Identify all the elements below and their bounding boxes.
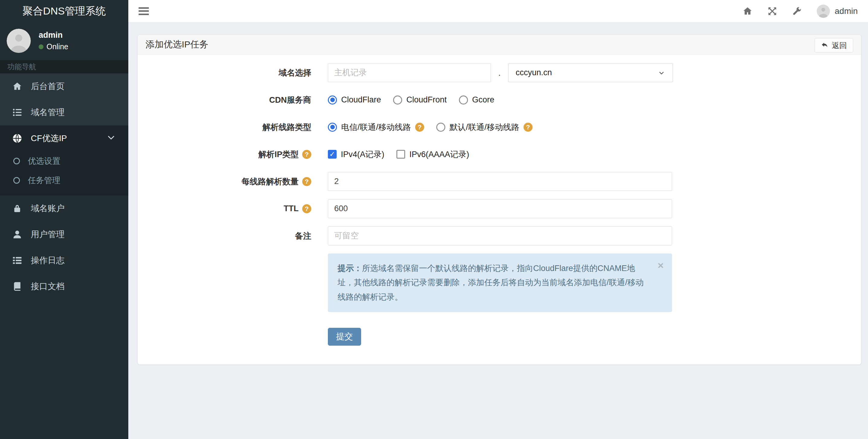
remark-label: 备注 bbox=[147, 231, 328, 241]
sidebar-item-preferred-settings[interactable]: 优选设置 bbox=[0, 151, 128, 171]
ttl-input[interactable] bbox=[328, 199, 672, 218]
sidebar-menu: 后台首页 域名管理 CF优选IP 优选设置 bbox=[0, 74, 128, 299]
line-type-label: 解析线路类型 bbox=[147, 122, 328, 133]
tip-alert-text: 所选域名需保留一个默认线路的解析记录，指向CloudFlare提供的CNAME地… bbox=[338, 264, 644, 301]
sidebar-item-label: 后台首页 bbox=[31, 81, 65, 92]
per-line-count-input[interactable] bbox=[328, 172, 672, 191]
app-title[interactable]: 聚合DNS管理系统 bbox=[0, 0, 128, 22]
form-row-domain: 域名选择 . cccyun.cn bbox=[147, 63, 852, 82]
form-row-tip: 提示：所选域名需保留一个默认线路的解析记录，指向CloudFlare提供的CNA… bbox=[147, 254, 852, 327]
ttl-label: TTL bbox=[147, 204, 328, 213]
checkbox-ipv4[interactable]: IPv4(A记录) bbox=[328, 149, 384, 160]
online-status-icon bbox=[39, 45, 43, 49]
online-status-label: Online bbox=[46, 42, 68, 51]
home-icon[interactable] bbox=[742, 6, 753, 16]
radio-cloudfront[interactable]: CloudFront bbox=[393, 95, 447, 105]
sidebar-item-users[interactable]: 用户管理 bbox=[0, 222, 128, 247]
domain-select[interactable]: cccyun.cn bbox=[508, 63, 673, 82]
close-icon[interactable]: × bbox=[657, 260, 663, 270]
sidebar-username: admin bbox=[39, 31, 68, 40]
navbar-username: admin bbox=[835, 6, 858, 16]
sidebar-subitem-label: 任务管理 bbox=[28, 175, 60, 186]
expand-icon[interactable] bbox=[767, 6, 777, 16]
radio-icon[interactable] bbox=[436, 123, 445, 132]
sidebar-item-label: 域名账户 bbox=[31, 203, 65, 214]
sidebar-item-task-management[interactable]: 任务管理 bbox=[0, 171, 128, 190]
form-row-cdn: CDN服务商 CloudFlare CloudFront Gcore bbox=[147, 90, 852, 109]
chevron-down-icon bbox=[106, 133, 116, 144]
book-icon bbox=[12, 281, 22, 292]
sidebar-item-label: 操作日志 bbox=[31, 255, 65, 266]
avatar bbox=[817, 4, 830, 18]
sidebar-item-dashboard[interactable]: 后台首页 bbox=[0, 74, 128, 99]
back-button[interactable]: 返回 bbox=[814, 38, 853, 53]
form-row-ttl: TTL bbox=[147, 199, 852, 218]
radio-cloudflare[interactable]: CloudFlare bbox=[328, 95, 381, 105]
radio-icon[interactable] bbox=[328, 123, 337, 132]
domain-label: 域名选择 bbox=[147, 67, 328, 78]
reply-icon bbox=[821, 42, 828, 49]
radio-isp-lines[interactable]: 电信/联通/移动线路 bbox=[328, 122, 424, 133]
help-icon[interactable] bbox=[302, 177, 311, 186]
sidebar-item-api-docs[interactable]: 接口文档 bbox=[0, 273, 128, 299]
radio-icon[interactable] bbox=[459, 95, 468, 105]
sidebar-item-label: 用户管理 bbox=[31, 229, 65, 240]
sidebar-group-cf-ip: CF优选IP 优选设置 任务管理 bbox=[0, 125, 128, 196]
sidebar-user-status: Online bbox=[39, 42, 68, 51]
radio-gcore[interactable]: Gcore bbox=[459, 95, 495, 105]
checkbox-icon[interactable] bbox=[328, 150, 337, 158]
wrench-icon[interactable] bbox=[792, 6, 802, 16]
domain-separator: . bbox=[491, 67, 508, 78]
home-icon bbox=[12, 81, 22, 92]
help-icon[interactable] bbox=[302, 204, 311, 213]
page-title: 添加优选IP任务 bbox=[146, 38, 208, 51]
radio-icon[interactable] bbox=[328, 95, 337, 105]
form-row-submit: 提交 bbox=[147, 327, 852, 346]
globe-icon bbox=[12, 133, 22, 144]
radio-icon[interactable] bbox=[393, 95, 402, 105]
circle-o-icon bbox=[13, 177, 20, 184]
sidebar-item-domain-accounts[interactable]: 域名账户 bbox=[0, 196, 128, 222]
per-line-label: 每线路解析数量 bbox=[147, 176, 328, 187]
form-row-line-type: 解析线路类型 电信/联通/移动线路 默认/联通/移动线路 bbox=[147, 118, 852, 137]
ip-type-label: 解析IP类型 bbox=[147, 149, 328, 160]
main-content: 添加优选IP任务 返回 域名选择 . cccyun.cn bbox=[128, 22, 868, 439]
sidebar-item-cf-ip[interactable]: CF优选IP bbox=[0, 125, 128, 151]
help-icon[interactable] bbox=[524, 123, 533, 132]
help-icon[interactable] bbox=[415, 123, 424, 132]
sidebar: 聚合DNS管理系统 admin Online 功能导航 后台首页 域名管理 bbox=[0, 0, 128, 439]
circle-o-icon bbox=[13, 158, 20, 164]
user-icon bbox=[12, 229, 22, 240]
navbar-user-menu[interactable]: admin bbox=[817, 4, 858, 18]
cdn-label: CDN服务商 bbox=[147, 94, 328, 106]
sidebar-subitem-label: 优选设置 bbox=[28, 155, 60, 167]
lock-icon bbox=[12, 203, 22, 214]
add-task-card: 添加优选IP任务 返回 域名选择 . cccyun.cn bbox=[137, 34, 861, 365]
sidebar-item-domains[interactable]: 域名管理 bbox=[0, 99, 128, 125]
sidebar-item-label: 接口文档 bbox=[31, 281, 65, 292]
tip-alert: 提示：所选域名需保留一个默认线路的解析记录，指向CloudFlare提供的CNA… bbox=[328, 254, 672, 312]
radio-default-lines[interactable]: 默认/联通/移动线路 bbox=[436, 122, 533, 133]
checkbox-icon[interactable] bbox=[396, 150, 405, 158]
hamburger-icon[interactable] bbox=[138, 7, 149, 15]
sidebar-item-label: CF优选IP bbox=[31, 133, 67, 144]
chevron-down-icon bbox=[657, 69, 665, 77]
card-header: 添加优选IP任务 返回 bbox=[138, 35, 861, 55]
avatar bbox=[7, 29, 31, 53]
th-list-icon bbox=[12, 255, 22, 266]
sidebar-item-operation-logs[interactable]: 操作日志 bbox=[0, 247, 128, 273]
form-row-remark: 备注 bbox=[147, 226, 852, 245]
help-icon[interactable] bbox=[302, 150, 311, 159]
list-icon bbox=[12, 107, 22, 118]
sidebar-user-panel: admin Online bbox=[0, 22, 128, 60]
sidebar-item-label: 域名管理 bbox=[31, 107, 65, 118]
submit-button[interactable]: 提交 bbox=[328, 328, 361, 346]
remark-input[interactable] bbox=[328, 226, 672, 245]
domain-select-value: cccyun.cn bbox=[516, 68, 552, 77]
form-row-ip-type: 解析IP类型 IPv4(A记录) IPv6(AAAA记录) bbox=[147, 145, 852, 164]
sidebar-section-header: 功能导航 bbox=[0, 60, 128, 74]
tip-alert-prefix: 提示： bbox=[338, 264, 362, 273]
checkbox-ipv6[interactable]: IPv6(AAAA记录) bbox=[396, 149, 469, 160]
host-record-input[interactable] bbox=[328, 63, 491, 82]
sidebar-submenu: 优选设置 任务管理 bbox=[0, 151, 128, 196]
